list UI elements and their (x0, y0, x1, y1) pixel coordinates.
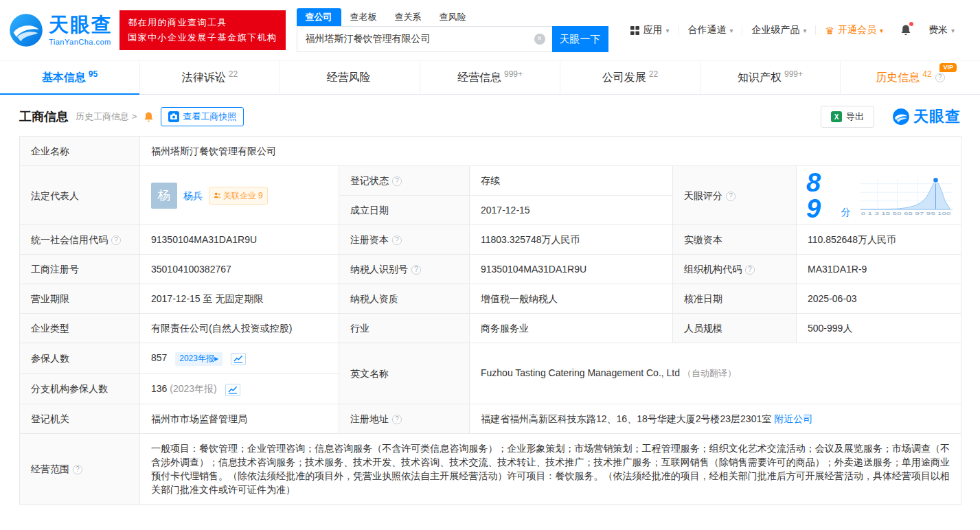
tab-count: 42 (922, 69, 931, 79)
field-label-branch-insured: 分支机构参保人数 (20, 373, 140, 404)
related-badge-label: 关联企业 (223, 189, 256, 203)
field-label-legal-rep: 法定代表人 (20, 166, 140, 225)
search-button[interactable]: 天眼一下 (552, 26, 608, 52)
field-value-business-scope: 一般项目：餐饮管理；企业管理咨询；信息咨询服务（不含许可类信息咨询服务）；企业形… (140, 433, 961, 504)
camera-icon (168, 111, 179, 122)
nav-vip-label: 开通会员 (838, 24, 876, 36)
row-legal-rep: 法定代表人 杨 杨兵 关联企业 9 登记状态? 存续 天眼评分? (20, 166, 961, 196)
help-icon[interactable]: ? (392, 415, 402, 424)
nav-partner-channel[interactable]: 合作通道 ▾ (679, 24, 742, 36)
section-header: 工商信息 历史工商信息 > 查看工商快照 X 导出 天眼查 (19, 106, 961, 128)
tab-company-development[interactable]: 公司发展 22 (560, 61, 700, 94)
tyc-score-cell[interactable]: 89 分 0 1 3 15 50 65 97 99 100 (797, 166, 961, 225)
nav-user-menu[interactable]: 费米 ▾ (920, 24, 964, 36)
search-tab-boss[interactable]: 查老板 (341, 8, 386, 26)
search-tab-risk[interactable]: 查风险 (431, 8, 475, 26)
tianyancha-watermark: 天眼查 (892, 106, 961, 127)
field-label-reg-capital: 注册资本? (339, 225, 470, 255)
nav-open-membership[interactable]: ♛ 开通会员 ▾ (816, 24, 891, 36)
tab-label: 历史信息 (876, 71, 920, 85)
tab-count: 999+ (504, 69, 523, 79)
field-label-company-name: 企业名称 (20, 137, 140, 166)
clear-icon[interactable]: × (534, 34, 545, 45)
help-icon[interactable]: ? (392, 176, 402, 186)
help-icon[interactable]: ? (111, 235, 121, 245)
help-icon[interactable]: ? (726, 192, 736, 201)
nav-apps[interactable]: 应用 ▾ (622, 24, 678, 36)
field-label-industry: 行业 (339, 314, 470, 343)
slogan-line1: 都在用的商业查询工具 (128, 15, 277, 30)
nearby-companies-link[interactable]: 附近公司 (774, 413, 812, 424)
field-label-tyc-score: 天眼评分? (673, 166, 797, 225)
field-value-reg-status: 存续 (470, 166, 673, 196)
field-value-english-name: Fuzhou Tasting Catering Management Co., … (470, 343, 961, 404)
field-label-reg-address: 注册地址? (339, 404, 470, 433)
history-business-info-link[interactable]: 历史工商信息 > (76, 111, 137, 123)
field-value-company-type: 有限责任公司(自然人投资或控股) (140, 314, 339, 343)
tab-count: 22 (649, 69, 658, 79)
chevron-right-icon: > (132, 111, 137, 122)
legal-rep-avatar[interactable]: 杨 (151, 183, 177, 209)
tab-history-info[interactable]: VIP 历史信息 42 ? (841, 61, 980, 94)
field-label-business-term: 营业期限 (20, 284, 140, 314)
field-value-reg-number: 350104100382767 (140, 255, 339, 284)
chevron-right-icon: ▸ (214, 354, 218, 365)
search-area: 查公司 查老板 查关系 查风险 × 天眼一下 (297, 8, 608, 52)
field-value-credit-code: 91350104MA31DA1R9U (140, 225, 339, 255)
related-badge-count: 9 (258, 189, 263, 203)
logo-text: 天眼查 TianYanCha.com (49, 15, 113, 46)
help-icon[interactable]: ? (411, 265, 421, 275)
field-label-taxpayer-id: 纳税人识别号? (339, 255, 470, 284)
alert-bell-icon[interactable] (144, 111, 154, 123)
related-companies-badge[interactable]: 关联企业 9 (209, 187, 268, 205)
nav-partner-label: 合作通道 (687, 24, 726, 36)
field-value-company-name: 福州塔斯汀餐饮管理有限公司 (140, 137, 961, 166)
legal-rep-link[interactable]: 杨兵 (183, 189, 203, 203)
notifications-button[interactable] (892, 24, 920, 36)
view-business-snapshot-button[interactable]: 查看工商快照 (161, 107, 244, 126)
help-icon[interactable]: ? (392, 235, 402, 245)
trend-chart-icon[interactable] (225, 384, 240, 396)
tab-label: 知识产权 (738, 71, 782, 85)
field-label-staff-size: 人员规模 (673, 314, 797, 343)
field-value-business-term: 2017-12-15 至 无固定期限 (140, 284, 339, 314)
branch-insured-note: (2023年报) (170, 383, 216, 394)
row-registration-authority: 登记机关 福州市市场监督管理局 注册地址? 福建省福州高新区科技东路12、16、… (20, 404, 961, 433)
field-label-establish-date: 成立日期 (339, 196, 470, 225)
related-companies-icon (214, 192, 221, 199)
help-icon[interactable]: ? (935, 73, 945, 82)
score-value: 89 (806, 170, 834, 222)
field-label-reg-authority: 登记机关 (20, 404, 140, 433)
trend-chart-icon[interactable] (231, 353, 246, 365)
auto-translate-note: （自动翻译） (683, 368, 736, 378)
search-tab-company[interactable]: 查公司 (297, 8, 341, 26)
nav-enterprise-products[interactable]: 企业级产品 ▾ (742, 24, 815, 36)
field-label-business-scope: 经营范围? (20, 433, 140, 504)
tab-intellectual-property[interactable]: 知识产权 999+ (700, 61, 841, 94)
tab-business-info[interactable]: 经营信息 999+ (420, 61, 560, 94)
excel-icon: X (831, 111, 842, 122)
vip-badge: VIP (939, 63, 957, 72)
svg-text:0 1 3 15 50 65 97 99 100: 0 1 3 15 50 65 97 99 100 (861, 210, 951, 215)
field-label-reg-number: 工商注册号 (20, 255, 140, 284)
slogan-line2: 国家中小企业发展子基金旗下机构 (128, 30, 277, 45)
field-value-reg-capital: 11803.325748万人民币 (470, 225, 673, 255)
help-icon[interactable]: ? (73, 465, 82, 474)
tab-operational-risk[interactable]: 经营风险 (280, 61, 420, 94)
search-tab-relation[interactable]: 查关系 (386, 8, 431, 26)
tab-legal-proceedings[interactable]: 法律诉讼 22 (140, 61, 280, 94)
score-unit: 分 (841, 205, 851, 219)
history-link-label: 历史工商信息 (76, 111, 129, 122)
crown-icon: ♛ (825, 25, 834, 36)
field-value-insured-count: 857 2023年报 ▸ (140, 343, 339, 374)
brand-domain: TianYanCha.com (49, 38, 113, 46)
field-value-reg-address: 福建省福州高新区科技东路12、16、18号华建大厦2号楼23层2301室 附近公… (470, 404, 961, 433)
slogan-badge: 都在用的商业查询工具 国家中小企业发展子基金旗下机构 (119, 10, 286, 50)
field-value-industry: 商务服务业 (470, 314, 673, 343)
help-icon[interactable]: ? (745, 265, 755, 275)
export-button[interactable]: X 导出 (821, 106, 874, 128)
tab-basic-info[interactable]: 基本信息 95 (0, 61, 140, 94)
tianyancha-logo[interactable]: 天眼查 TianYanCha.com (8, 12, 113, 48)
search-input[interactable] (297, 26, 552, 52)
annual-report-badge[interactable]: 2023年报 ▸ (175, 352, 223, 366)
